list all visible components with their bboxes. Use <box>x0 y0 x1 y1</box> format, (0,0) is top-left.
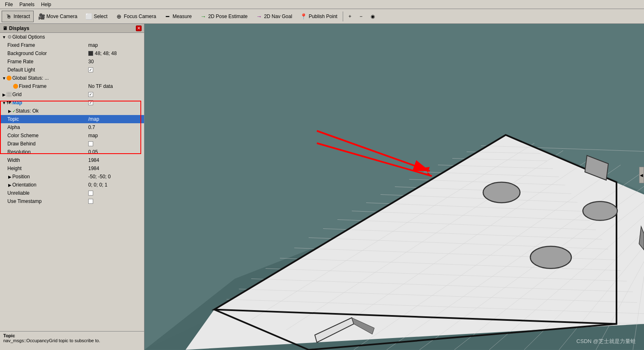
panel-close-button[interactable]: ✕ <box>136 25 142 31</box>
displays-icon: 🖥 <box>2 25 7 31</box>
map-height-label: Height <box>7 166 87 171</box>
map-status-row[interactable]: ▶ ✓ Status: Ok <box>0 107 144 115</box>
zoom-out-icon: − <box>360 14 362 19</box>
grid-row[interactable]: ▶ Grid <box>0 90 144 99</box>
map-width-label: Width <box>7 157 87 163</box>
default-light-checkbox[interactable] <box>88 67 93 72</box>
default-light-row[interactable]: Default Light <box>0 66 144 74</box>
status-bar: Topic nav_msgs::OccupancyGrid topic to s… <box>0 331 144 350</box>
focus-camera-label: Focus Camera <box>124 14 156 19</box>
global-options-arrow[interactable]: ▼ <box>2 35 7 39</box>
svg-rect-0 <box>7 92 11 97</box>
map-color-scheme-row[interactable]: Color Scheme map <box>0 131 144 140</box>
measure-button[interactable]: ━ Measure <box>160 11 195 22</box>
tree-view[interactable]: ▼ ⚙ Global Options Fixed Frame map Backg… <box>0 33 144 331</box>
focus-camera-button[interactable]: ⊕ Focus Camera <box>112 11 160 22</box>
map-position-label: Position <box>12 174 87 180</box>
menu-help[interactable]: Help <box>38 1 55 8</box>
global-options-row[interactable]: ▼ ⚙ Global Options <box>0 33 144 41</box>
background-color-label: Background Color <box>7 51 87 56</box>
zoom-out-button[interactable]: − <box>356 11 366 22</box>
toolbar: 🖱 Interact 🎥 Move Camera ⬜ Select ⊕ Focu… <box>0 9 644 24</box>
global-status-row[interactable]: ▼ Global Status: ... <box>0 74 144 82</box>
map-position-value: -50; -50; 0 <box>87 174 144 180</box>
map-width-value: 1984 <box>87 157 144 163</box>
move-camera-icon: 🎥 <box>38 13 45 20</box>
grid-arrow[interactable]: ▶ <box>2 92 7 97</box>
map-orientation-arrow[interactable]: ▶ <box>7 183 12 187</box>
background-color-row[interactable]: Background Color 48; 48; 48 <box>0 49 144 58</box>
move-camera-label: Move Camera <box>46 14 77 19</box>
map-icon: 🗺 <box>7 100 11 105</box>
map-width-row[interactable]: Width 1984 <box>0 156 144 164</box>
map-use-timestamp-checkbox[interactable] <box>88 199 93 204</box>
map-row[interactable]: ▼ 🗺 Map <box>0 99 144 107</box>
move-camera-button[interactable]: 🎥 Move Camera <box>34 11 81 22</box>
default-light-value <box>87 67 144 72</box>
map-draw-behind-checkbox[interactable] <box>88 141 93 146</box>
menu-panels[interactable]: Panels <box>16 1 38 8</box>
fixed-frame-row[interactable]: Fixed Frame map <box>0 41 144 49</box>
map-topic-label: Topic <box>7 116 87 122</box>
home-view-button[interactable]: ◉ <box>367 11 378 22</box>
toolbar-separator <box>343 12 343 21</box>
map-unreliable-value <box>87 191 144 196</box>
publish-point-icon: 📍 <box>300 13 307 20</box>
map-status-label: Status: Ok <box>16 108 144 114</box>
3d-scene <box>144 24 644 350</box>
left-panel: 🖥 Displays ✕ ▼ ⚙ Global Options Fixed Fr… <box>0 24 144 350</box>
global-options-icon: ⚙ <box>7 34 12 40</box>
global-status-fixed-frame-row[interactable]: Fixed Frame No TF data <box>0 82 144 90</box>
2d-nav-button[interactable]: → 2D Nav Goal <box>252 11 296 22</box>
viewport[interactable]: CSDN @芝士就是力量蛙 <box>144 24 644 350</box>
menu-file[interactable]: File <box>2 1 16 8</box>
grid-checkbox[interactable] <box>88 92 93 97</box>
global-status-icon <box>7 76 11 81</box>
global-status-fixed-frame-icon <box>13 84 18 89</box>
map-label: Map <box>12 100 87 106</box>
map-orientation-row[interactable]: ▶ Orientation 0; 0; 0; 1 <box>0 181 144 189</box>
zoom-in-button[interactable]: + <box>345 11 355 22</box>
2d-pose-icon: → <box>200 13 206 20</box>
grid-label: Grid <box>12 92 87 97</box>
map-alpha-row[interactable]: Alpha 0.7 <box>0 123 144 131</box>
map-topic-value: /map <box>87 116 144 122</box>
select-button[interactable]: ⬜ Select <box>82 11 111 22</box>
map-alpha-value: 0.7 <box>87 124 144 130</box>
map-position-row[interactable]: ▶ Position -50; -50; 0 <box>0 173 144 181</box>
frame-rate-value: 30 <box>87 59 144 64</box>
displays-title-text: Displays <box>9 25 29 31</box>
map-arrow[interactable]: ▼ <box>2 101 7 105</box>
status-bar-title: Topic <box>3 333 141 338</box>
global-options-label: Global Options <box>12 34 144 40</box>
map-resolution-value: 0.05 <box>87 149 144 155</box>
map-unreliable-row[interactable]: Unreliable <box>0 189 144 197</box>
map-resolution-row[interactable]: Resolution 0.05 <box>0 148 144 156</box>
map-height-row[interactable]: Height 1984 <box>0 164 144 173</box>
interact-button[interactable]: 🖱 Interact <box>2 11 34 22</box>
map-status-arrow[interactable]: ▶ <box>7 109 12 113</box>
select-label: Select <box>94 14 107 19</box>
collapse-handle[interactable]: ◀ <box>639 167 644 183</box>
publish-point-button[interactable]: 📍 Publish Point <box>297 11 341 22</box>
global-status-label: Global Status: ... <box>12 75 144 81</box>
map-checkbox[interactable] <box>88 100 93 105</box>
map-position-arrow[interactable]: ▶ <box>7 175 12 179</box>
background-color-text: 48; 48; 48 <box>95 51 117 56</box>
home-view-icon: ◉ <box>371 14 375 19</box>
map-use-timestamp-row[interactable]: Use Timestamp <box>0 197 144 205</box>
fixed-frame-label: Fixed Frame <box>7 42 87 48</box>
map-draw-behind-row[interactable]: Draw Behind <box>0 140 144 148</box>
displays-panel-title: 🖥 Displays <box>2 25 29 31</box>
map-unreliable-checkbox[interactable] <box>88 191 93 196</box>
2d-pose-button[interactable]: → 2D Pose Estimate <box>196 11 251 22</box>
zoom-in-icon: + <box>348 14 351 19</box>
map-status-ok-icon: ✓ <box>12 109 16 113</box>
global-status-arrow[interactable]: ▼ <box>2 76 7 81</box>
publish-point-label: Publish Point <box>309 14 337 19</box>
fixed-frame-value: map <box>87 42 144 48</box>
map-resolution-label: Resolution <box>7 149 87 155</box>
map-unreliable-label: Unreliable <box>7 190 87 196</box>
map-topic-row[interactable]: Topic /map <box>0 115 144 123</box>
frame-rate-row[interactable]: Frame Rate 30 <box>0 58 144 66</box>
